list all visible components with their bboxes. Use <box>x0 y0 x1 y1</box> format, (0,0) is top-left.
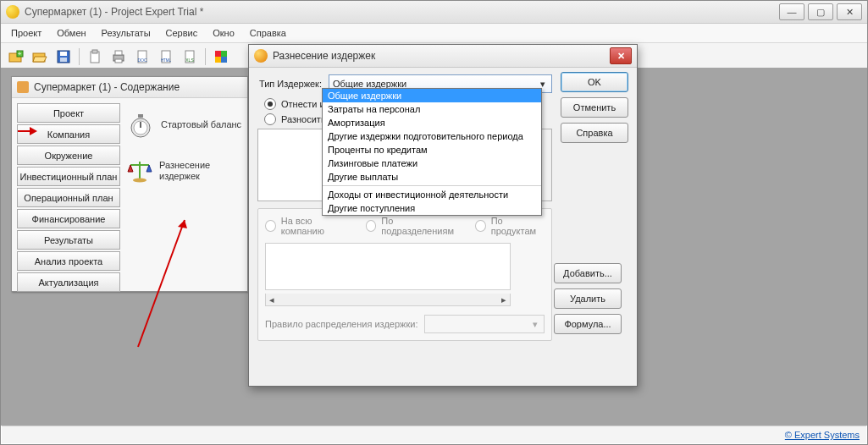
doc-icon[interactable]: DOC <box>132 47 152 67</box>
dialog-close-button[interactable]: ✕ <box>610 47 632 64</box>
radio-icon <box>264 113 276 125</box>
radio-icon <box>366 220 377 232</box>
radio-icon <box>265 220 276 232</box>
content-window-title: Супермаркет (1) - Содержание <box>12 77 247 98</box>
red-arrow-icon <box>18 127 38 135</box>
svg-text:+: + <box>18 50 22 58</box>
svg-line-29 <box>138 220 185 347</box>
titlebar: Супермаркет (1) - Project Expert Trial *… <box>1 1 867 24</box>
desc-start-balance[interactable]: Стартовый баланс <box>125 110 242 140</box>
svg-text:XLS: XLS <box>185 58 194 63</box>
radio-icon <box>264 98 276 110</box>
scope-divisions-label: По подразделениям <box>381 216 460 236</box>
svg-rect-18 <box>215 51 221 57</box>
copyright-link[interactable]: © Expert Systems <box>785 430 860 440</box>
svg-text:HTML: HTML <box>161 58 172 63</box>
dropdown-option[interactable]: Общие издержки <box>323 89 541 102</box>
svg-rect-19 <box>221 51 227 57</box>
scope-company[interactable]: На всю компанию <box>265 216 351 236</box>
cost-allocation-dialog: Разнесение издержек ✕ OK Отменить Справк… <box>248 44 638 387</box>
menu-project[interactable]: Проект <box>4 26 48 40</box>
svg-rect-10 <box>115 51 122 55</box>
menu-window[interactable]: Окно <box>206 26 241 40</box>
open-folder-icon[interactable] <box>30 47 50 67</box>
svg-rect-20 <box>215 57 221 63</box>
nav-actualization[interactable]: Актуализация <box>17 272 120 292</box>
scope-divisions[interactable]: По подразделениям <box>366 216 460 236</box>
desc-cost-allocation[interactable]: Разнесение издержек <box>125 156 242 186</box>
add-button[interactable]: Добавить... <box>554 263 622 283</box>
cost-type-dropdown[interactable]: Общие издержки Затраты на персонал Аморт… <box>322 88 542 216</box>
nav-operational-plan[interactable]: Операционный план <box>17 188 120 207</box>
radio-icon <box>475 220 486 232</box>
svg-rect-11 <box>115 59 122 63</box>
scales-icon <box>125 156 154 186</box>
html-icon[interactable]: HTML <box>156 47 176 67</box>
dropdown-option[interactable]: Проценты по кредитам <box>323 143 541 157</box>
clipboard-icon[interactable] <box>85 47 105 67</box>
content-window-icon <box>17 81 29 93</box>
chevron-down-icon: ▾ <box>528 317 542 331</box>
save-icon[interactable] <box>53 47 74 67</box>
rule-combo[interactable]: ▾ <box>424 315 545 333</box>
maximize-button[interactable]: ▢ <box>808 3 833 20</box>
allocation-panel: На всю компанию По подразделениям По про… <box>257 208 552 341</box>
nav-analysis[interactable]: Анализ проекта <box>17 251 120 271</box>
app-title: Супермаркет (1) - Project Expert Trial * <box>25 6 779 18</box>
content-window-title-text: Супермаркет (1) - Содержание <box>34 81 180 93</box>
xls-icon[interactable]: XLS <box>180 47 200 67</box>
delete-button[interactable]: Удалить <box>554 288 622 309</box>
app-window: Супермаркет (1) - Project Expert Trial *… <box>0 0 868 445</box>
svg-marker-30 <box>178 220 187 228</box>
desc-cost-allocation-label: Разнесение издержек <box>159 160 242 182</box>
allocation-list[interactable] <box>265 243 511 290</box>
desc-start-balance-label: Стартовый баланс <box>161 119 241 130</box>
dropdown-option[interactable]: Амортизация <box>323 116 541 129</box>
nav-environment[interactable]: Окружение <box>17 146 120 165</box>
nav-results[interactable]: Результаты <box>17 230 120 250</box>
close-button[interactable]: ✕ <box>837 3 862 20</box>
dropdown-option[interactable]: Лизинговые платежи <box>323 157 541 170</box>
nav-project[interactable]: Проект <box>17 103 120 123</box>
dropdown-option[interactable]: Затраты на персонал <box>323 102 541 116</box>
menu-help[interactable]: Справка <box>243 26 293 40</box>
cost-type-label: Тип Издержек: <box>257 79 322 89</box>
help-button[interactable]: Справка <box>561 123 628 143</box>
menu-service[interactable]: Сервис <box>159 26 205 40</box>
svg-text:DOC: DOC <box>137 58 147 63</box>
print-icon[interactable] <box>108 47 129 67</box>
menubar: Проект Обмен Результаты Сервис Окно Спра… <box>1 24 867 43</box>
ok-button[interactable]: OK <box>561 72 628 92</box>
app-icon <box>6 5 19 19</box>
nav-investment-plan[interactable]: Инвестиционный план <box>17 167 120 186</box>
rule-label: Правило распределения издержки: <box>265 319 417 329</box>
dialog-titlebar: Разнесение издержек ✕ <box>249 45 637 68</box>
scope-company-label: На всю компанию <box>281 216 351 236</box>
puzzle-icon[interactable] <box>211 47 231 67</box>
scroll-left-icon[interactable]: ◂ <box>266 294 278 305</box>
formula-button[interactable]: Формула... <box>554 314 622 334</box>
svg-rect-8 <box>92 50 97 53</box>
long-red-arrow-icon <box>130 212 197 355</box>
svg-point-28 <box>133 179 147 183</box>
h-scrollbar[interactable]: ◂ ▸ <box>265 294 511 306</box>
nav-financing[interactable]: Финансирование <box>17 209 120 228</box>
svg-rect-6 <box>60 58 67 62</box>
dropdown-option[interactable]: Другие издержки подготовительного период… <box>323 129 541 143</box>
dropdown-option[interactable]: Доходы от инвестиционной деятельности <box>323 185 541 201</box>
minimize-button[interactable]: — <box>779 3 804 20</box>
dropdown-option[interactable]: Другие поступления <box>323 201 541 215</box>
stopwatch-icon <box>125 110 156 140</box>
new-folder-icon[interactable]: + <box>6 47 26 67</box>
cancel-button[interactable]: Отменить <box>561 97 628 118</box>
statusbar: © Expert Systems <box>2 426 866 443</box>
dropdown-option[interactable]: Другие выплаты <box>323 170 541 184</box>
scope-products-label: По продуктам <box>491 216 545 236</box>
menu-results[interactable]: Результаты <box>95 26 158 40</box>
menu-exchange[interactable]: Обмен <box>50 26 92 40</box>
scroll-right-icon[interactable]: ▸ <box>498 294 510 305</box>
svg-rect-21 <box>221 57 227 63</box>
scope-products[interactable]: По продуктам <box>475 216 545 236</box>
dialog-icon <box>254 49 268 63</box>
dialog-title: Разнесение издержек <box>273 50 610 62</box>
